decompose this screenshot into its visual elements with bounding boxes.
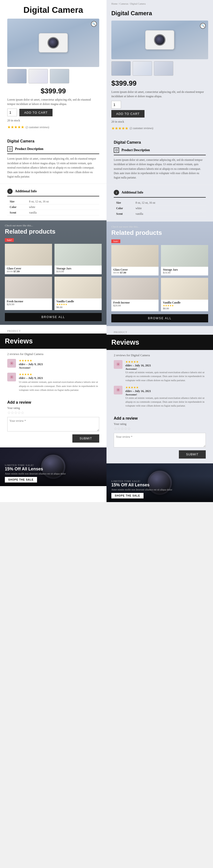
left-rating-label: Your rating xyxy=(7,407,99,409)
left-review-count-text: 2 reviews for Digital Camera xyxy=(7,352,99,356)
left-price: $399.99 xyxy=(7,87,99,95)
right-info-label-color: Color xyxy=(114,205,133,211)
left-pd-title: Digital Camera xyxy=(7,139,99,144)
product-name-jars: Storage Jars xyxy=(56,267,100,270)
left-browse-all-button[interactable]: BROWSE ALL xyxy=(5,313,102,321)
right-review-count-text: 2 reviews for Digital Camera xyxy=(114,353,206,357)
right-info-label-size: Size xyxy=(114,200,133,206)
right-review-1: ✳ ★★★★★ eldev – July 16, 2021 Awesome! U… xyxy=(114,360,206,382)
left-review-2: ✳ ★★★★★ eldev – July 9, 2021 Ut enim ad … xyxy=(7,373,99,392)
right-quantity-input[interactable] xyxy=(111,101,121,108)
right-reviewer-text-2: Ut enim ad minim veniam, quis nostrud ex… xyxy=(125,396,206,408)
product-img-jars xyxy=(55,244,102,266)
right-reviewer-icon-2: ✳ xyxy=(114,386,122,395)
left-pd-body: Lorem ipsum dolor sit amet, consectetur … xyxy=(7,156,99,179)
left-related-title: Related products xyxy=(5,228,102,235)
right-product-card-storage-jars: Storage Jars $19.99 xyxy=(161,245,208,276)
thumb-3[interactable] xyxy=(50,69,69,84)
right-banner-content: Limited Time SALE! 15% Off All Lenses Am… xyxy=(106,476,213,502)
right-breadcrumb[interactable]: Home / Cameras / Digital Camera xyxy=(106,0,213,7)
right-zoom-icon[interactable]: 🔍 xyxy=(200,23,206,29)
reviewer-label-1: Awesome! xyxy=(19,366,43,369)
left-review-textarea[interactable] xyxy=(7,417,99,431)
right-reviewer-label-1: Awesome! xyxy=(125,367,206,370)
info-label-scent: Scent xyxy=(7,210,27,216)
right-product-card-fresh-incense: Fresh Incense $29.99 xyxy=(111,278,158,311)
product-card-vanilla-candle: Vanilla Candle ★★★★★ $8.00 xyxy=(55,277,102,310)
left-stars-empty[interactable]: ☆☆☆☆☆ xyxy=(7,410,99,415)
reviewer-text-2: Ut enim ad minim veniam, quis nostrud ex… xyxy=(19,380,99,392)
right-reviewer-stars-2: ★★★★★ xyxy=(125,386,206,390)
reviewer-stars-1: ★★★★★ xyxy=(19,359,43,363)
right-product-stars-vanilla: ★★★★★ xyxy=(163,304,206,307)
quantity-input[interactable] xyxy=(7,108,17,116)
new-price-glass: $7.99 xyxy=(13,270,20,273)
right-product-img-jars xyxy=(161,245,208,267)
expand-icon[interactable]: ⊡ xyxy=(7,146,12,152)
right-thumb-1[interactable] xyxy=(111,61,131,76)
left-add-review-section: Add a review Your rating ☆☆☆☆☆ SUBMIT xyxy=(0,400,106,447)
product-price-incense: $29.99 xyxy=(7,303,50,306)
reviewer-name-2: eldev – July 9, 2021 xyxy=(19,376,99,380)
left-product-label: Product xyxy=(7,330,99,332)
right-reviewer-label-2: Awesome! xyxy=(125,393,206,396)
right-check-more: Check out more like this... xyxy=(111,225,208,228)
right-expand-icon[interactable]: ⊡ xyxy=(114,148,119,153)
info-value-scent: vanilla xyxy=(27,210,99,216)
right-hero-section: Digital Camera 🔍 $399.99 Lorem ipsum dol… xyxy=(106,7,213,135)
left-reviews-title: Reviews xyxy=(0,334,106,349)
product-name-glass: Glass Cover xyxy=(7,267,50,270)
right-related-section: Check out more like this... Related prod… xyxy=(106,221,213,326)
thumb-2[interactable] xyxy=(29,69,48,84)
right-pd-body: Lorem ipsum dolor sit amet, consectetur … xyxy=(114,158,206,180)
info-label-size: Size xyxy=(7,199,27,204)
right-rating-label: Your rating xyxy=(114,423,206,426)
right-asterisk-icon-1: ✳ xyxy=(116,361,120,368)
right-browse-all-button[interactable]: BROWSE ALL xyxy=(111,314,208,322)
left-submit-button[interactable]: SUBMIT xyxy=(72,434,99,442)
right-pd-label: Product Description xyxy=(122,148,150,152)
right-reviewer-name-2: eldev – July 16, 2021 xyxy=(125,390,206,393)
right-product-img-glass xyxy=(111,245,158,267)
left-review-1: ✳ ★★★★★ eldev – July 9, 2021 Awesome! xyxy=(7,359,99,369)
left-shop-sale-button[interactable]: SHOPE THE SALE xyxy=(5,477,37,483)
right-product-description-section: Digital Camera ⊡ Product Description Lor… xyxy=(106,135,213,185)
right-thumb-2[interactable] xyxy=(133,61,152,76)
asterisk-icon-1: ✳ xyxy=(9,360,14,367)
right-ai-header: i Additional Info xyxy=(114,190,206,197)
right-reviewer-icon-1: ✳ xyxy=(114,360,122,369)
info-label-color: Color xyxy=(7,204,27,210)
right-product-card-vanilla-candle: Vanilla Candle ★★★★★ $8.00 xyxy=(161,278,208,311)
right-product-img-incense xyxy=(111,278,158,300)
right-new-price-glass: $7.99 xyxy=(120,271,126,274)
right-reviewer-name-1: eldev – July 16, 2021 xyxy=(125,364,206,367)
right-review-textarea[interactable] xyxy=(114,433,206,447)
product-img-incense xyxy=(5,277,52,299)
right-pd-header: ⊡ Product Description xyxy=(114,148,206,155)
left-in-stock: 20 in stock xyxy=(7,119,99,122)
left-check-more: Check out more like this... xyxy=(5,224,102,227)
right-stars-empty[interactable]: ☆☆☆☆☆ xyxy=(114,426,206,431)
add-to-cart-button[interactable]: ADD TO CART xyxy=(19,109,53,116)
left-add-review-title: Add a review xyxy=(7,400,99,405)
right-shop-sale-button[interactable]: SHOPE THE SALE xyxy=(111,493,144,498)
thumb-1[interactable] xyxy=(7,69,27,84)
right-add-to-cart-button[interactable]: ADD TO CART xyxy=(111,110,145,118)
table-row: Size 8 oz, 12 oz, 16 oz xyxy=(114,200,206,206)
right-qty-add-row: ADD TO CART xyxy=(111,101,208,118)
right-thumb-3[interactable] xyxy=(154,61,173,76)
right-sale-tag: Limited Time SALE! xyxy=(111,480,208,483)
left-pd-header: ⊡ Product Description xyxy=(7,146,99,154)
left-sale-sub: Amet minim mollit non deserunt ullamco e… xyxy=(5,472,102,475)
right-reviewer-text-1: Ut enim ad minim veniam, quis nostrud ex… xyxy=(125,370,206,382)
reviewer-icon-1: ✳ xyxy=(7,359,16,368)
info-value-size: 8 oz, 12 oz, 16 oz xyxy=(27,199,99,204)
product-price-vanilla: $8.00 xyxy=(56,306,100,309)
left-sale-tag: Limited Time SALE! xyxy=(5,464,102,467)
right-product-price-vanilla: $8.00 xyxy=(163,307,206,310)
asterisk-icon-2: ✳ xyxy=(9,374,14,380)
reviewer-name-1: eldev – July 9, 2021 xyxy=(19,363,43,366)
right-reviewer-details-1: ★★★★★ eldev – July 16, 2021 Awesome! Ut … xyxy=(125,360,206,382)
right-camera-body-image xyxy=(145,30,174,50)
right-submit-button[interactable]: SUBMIT xyxy=(179,450,206,459)
